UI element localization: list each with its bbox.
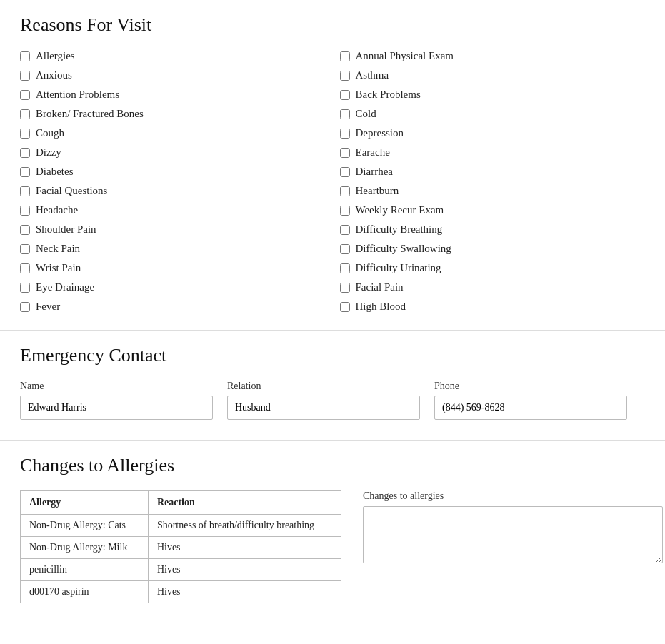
checkbox-fever[interactable] <box>20 302 30 312</box>
checkbox-earache[interactable] <box>340 148 350 158</box>
changes-allergies-textarea[interactable] <box>363 506 663 563</box>
checkbox-label: Attention Problems <box>36 89 119 101</box>
checkbox-item-left-8: Headache <box>20 204 326 216</box>
checkbox-label: Facial Questions <box>36 185 107 197</box>
checkbox-asthma[interactable] <box>340 71 350 81</box>
allergy-table-wrap: Allergy Reaction Non-Drug Allergy: CatsS… <box>20 490 341 603</box>
reaction-cell: Hives <box>148 537 341 559</box>
relation-label: Relation <box>227 381 420 392</box>
checkbox-anxious[interactable] <box>20 71 30 81</box>
checkbox-item-right-10: Difficulty Swallowing <box>340 243 646 255</box>
checkbox-facial-questions[interactable] <box>20 186 30 196</box>
checkbox-wrist-pain[interactable] <box>20 263 30 273</box>
checkbox-item-left-12: Eye Drainage <box>20 281 326 293</box>
checkbox-item-left-1: Anxious <box>20 69 326 81</box>
changes-allergies-box: Changes to allergies <box>363 490 663 603</box>
checkbox-back-problems[interactable] <box>340 90 350 100</box>
checkbox-label: Weekly Recur Exam <box>356 204 444 216</box>
checkbox-label: Annual Physical Exam <box>356 50 454 62</box>
phone-input[interactable] <box>434 396 627 420</box>
checkbox-attention-problems[interactable] <box>20 90 30 100</box>
checkbox-label: Diabetes <box>36 166 73 178</box>
checkbox-annual-physical-exam[interactable] <box>340 51 350 61</box>
relation-field-group: Relation <box>227 381 420 420</box>
checkbox-neck-pain[interactable] <box>20 244 30 254</box>
emergency-form-row: Name Relation Phone <box>20 381 645 420</box>
checkbox-item-right-9: Difficulty Breathing <box>340 223 646 236</box>
checkbox-item-left-10: Neck Pain <box>20 243 326 255</box>
name-field-group: Name <box>20 381 213 420</box>
checkbox-item-right-8: Weekly Recur Exam <box>340 204 646 216</box>
checkbox-difficulty-urinating[interactable] <box>340 263 350 273</box>
checkbox-item-left-5: Dizzy <box>20 146 326 159</box>
checkbox-item-right-0: Annual Physical Exam <box>340 50 646 62</box>
checkbox-dizzy[interactable] <box>20 148 30 158</box>
checkbox-label: Eye Drainage <box>36 281 94 293</box>
checkbox-broken-fractured-bones[interactable] <box>20 109 30 119</box>
emergency-title: Emergency Contact <box>20 345 645 366</box>
checkbox-diabetes[interactable] <box>20 167 30 177</box>
checkbox-item-right-3: Cold <box>340 108 646 120</box>
checkbox-item-left-11: Wrist Pain <box>20 262 326 274</box>
checkbox-item-right-11: Difficulty Urinating <box>340 262 646 274</box>
checkbox-shoulder-pain[interactable] <box>20 225 30 235</box>
checkbox-cold[interactable] <box>340 109 350 119</box>
checkbox-difficulty-breathing[interactable] <box>340 225 350 235</box>
checkbox-label: Back Problems <box>356 89 421 101</box>
checkbox-facial-pain[interactable] <box>340 283 350 293</box>
checkbox-label: Wrist Pain <box>36 262 81 274</box>
phone-label: Phone <box>434 381 627 392</box>
checkbox-label: Asthma <box>356 69 389 81</box>
allergy-cell: Non-Drug Allergy: Cats <box>21 515 149 537</box>
checkbox-item-right-6: Diarrhea <box>340 166 646 178</box>
phone-field-group: Phone <box>434 381 627 420</box>
reaction-cell: Hives <box>148 581 341 603</box>
checkbox-cough[interactable] <box>20 129 30 139</box>
checkbox-label: Anxious <box>36 69 72 81</box>
reaction-cell: Shortness of breath/difficulty breathing <box>148 515 341 537</box>
checkbox-label: Headache <box>36 204 78 216</box>
checkbox-item-left-4: Cough <box>20 127 326 139</box>
checkbox-item-right-7: Heartburn <box>340 185 646 197</box>
checkbox-label: Fever <box>36 301 60 313</box>
allergy-row: penicillinHives <box>21 559 341 581</box>
checkbox-label: Diarrhea <box>356 166 393 178</box>
checkbox-weekly-recur-exam[interactable] <box>340 206 350 216</box>
reaction-col-header: Reaction <box>148 491 341 515</box>
checkbox-item-right-4: Depression <box>340 127 646 139</box>
allergy-row: Non-Drug Allergy: CatsShortness of breat… <box>21 515 341 537</box>
allergy-table: Allergy Reaction Non-Drug Allergy: CatsS… <box>20 490 341 603</box>
name-label: Name <box>20 381 213 392</box>
changes-allergies-section: Changes to Allergies Allergy Reaction No… <box>0 441 665 623</box>
checkbox-difficulty-swallowing[interactable] <box>340 244 350 254</box>
checkbox-item-left-6: Diabetes <box>20 166 326 178</box>
checkbox-eye-drainage[interactable] <box>20 283 30 293</box>
checkbox-heartburn[interactable] <box>340 186 350 196</box>
checkbox-label: Difficulty Urinating <box>356 262 441 274</box>
checkbox-item-right-2: Back Problems <box>340 89 646 101</box>
checkbox-label: Allergies <box>36 50 75 62</box>
checkbox-label: Difficulty Breathing <box>356 223 443 236</box>
name-input[interactable] <box>20 396 213 420</box>
allergy-row: d00170 aspirinHives <box>21 581 341 603</box>
checkbox-label: Earache <box>356 146 390 159</box>
checkbox-label: Broken/ Fractured Bones <box>36 108 144 120</box>
allergies-content: Allergy Reaction Non-Drug Allergy: CatsS… <box>20 490 645 603</box>
checkbox-label: Cold <box>356 108 376 120</box>
checkbox-label: Depression <box>356 127 404 139</box>
checkbox-item-left-2: Attention Problems <box>20 89 326 101</box>
relation-input[interactable] <box>227 396 420 420</box>
allergy-cell: penicillin <box>21 559 149 581</box>
checkbox-label: Heartburn <box>356 185 399 197</box>
checkbox-diarrhea[interactable] <box>340 167 350 177</box>
allergy-cell: d00170 aspirin <box>21 581 149 603</box>
checkbox-label: High Blood <box>356 301 406 313</box>
checkbox-allergies[interactable] <box>20 51 30 61</box>
checkbox-depression[interactable] <box>340 129 350 139</box>
allergy-col-header: Allergy <box>21 491 149 515</box>
checkbox-label: Neck Pain <box>36 243 80 255</box>
checkbox-high-blood[interactable] <box>340 302 350 312</box>
checkbox-item-right-1: Asthma <box>340 69 646 81</box>
checkbox-item-right-12: Facial Pain <box>340 281 646 293</box>
checkbox-headache[interactable] <box>20 206 30 216</box>
